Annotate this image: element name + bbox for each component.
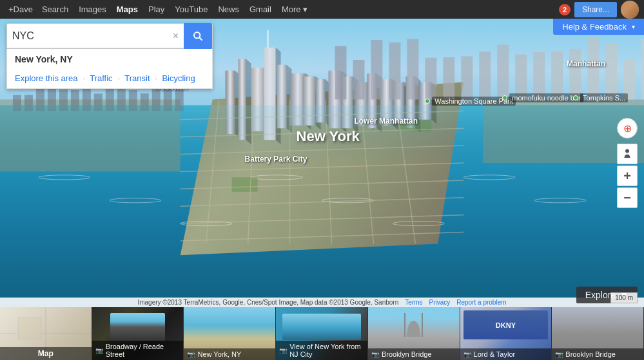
thumb-nj-text: View of New York from NJ City — [289, 343, 364, 358]
nav-play[interactable]: Play — [144, 3, 169, 16]
dropdown-bicycling[interactable]: Bicycling — [162, 73, 195, 83]
nav-plus-dave[interactable]: +Dave — [5, 3, 36, 16]
thumb-ny-text: New York, NY — [197, 350, 241, 358]
report-link[interactable]: Report a problem — [456, 299, 506, 306]
privacy-link[interactable]: Privacy — [429, 299, 450, 306]
marker-momofuku: momofuku noodle bar — [502, 93, 583, 102]
help-label: Help & Feedback — [562, 22, 627, 32]
nav-right-actions: 2 Share... — [559, 1, 639, 19]
dropdown-links: Explore this area · Traffic · Transit · … — [7, 70, 212, 88]
camera-icon: 📷 — [187, 351, 195, 358]
nav-search[interactable]: Search — [37, 3, 73, 16]
thumb-lord-label: 📷 Lord & Taylor — [460, 348, 552, 360]
thumbnail-brooklyn-bridge-2[interactable]: 📷 Brooklyn Bridge — [552, 307, 644, 360]
dot-separator: · — [117, 73, 120, 83]
zoom-in-button[interactable]: + — [617, 166, 638, 186]
avatar-image — [621, 1, 639, 19]
terms-link[interactable]: Terms — [405, 299, 422, 306]
help-feedback-bar[interactable]: Help & Feedback ▾ — [553, 19, 644, 35]
marker-tompkins-label: Tompkins S... — [580, 93, 628, 102]
nav-images[interactable]: Images — [74, 3, 111, 16]
thumbnail-lord-taylor[interactable]: DKNY 📷 Lord & Taylor — [460, 307, 552, 360]
scale-bar: 100 m — [610, 292, 638, 303]
thumb-bkbridge2-text: Brooklyn Bridge — [565, 350, 616, 358]
thumb-map-label: Map — [0, 347, 92, 360]
help-chevron-icon: ▾ — [632, 23, 635, 30]
camera-icon: 📷 — [371, 351, 379, 358]
street-view-button[interactable] — [617, 144, 638, 164]
attribution-bar: Imagery ©2013 TerraMetrics, Google, Cnes… — [0, 298, 644, 307]
thumb-broadway-text: Broadway / Reade Street — [106, 343, 181, 358]
share-button[interactable]: Share... — [574, 2, 617, 17]
thumbnail-new-york[interactable]: 📷 New York, NY — [184, 307, 276, 360]
search-button[interactable] — [184, 23, 212, 49]
top-navigation: +Dave Search Images Maps Play YouTube Ne… — [0, 0, 644, 19]
camera-icon: 📷 — [95, 347, 103, 354]
svg-rect-5 — [18, 317, 41, 339]
zoom-out-button[interactable]: − — [617, 187, 638, 208]
attribution-text: Imagery ©2013 TerraMetrics, Google, Cnes… — [137, 299, 398, 306]
bottom-thumbnail-strip: Map 📷 Broadway / Reade Street 📷 New York… — [0, 307, 644, 360]
nav-gmail[interactable]: Gmail — [245, 3, 276, 16]
marker-dot — [425, 99, 430, 104]
search-input[interactable] — [7, 24, 168, 48]
camera-icon: 📷 — [463, 351, 471, 358]
avatar[interactable] — [621, 1, 639, 19]
camera-icon: 📷 — [279, 347, 287, 354]
compass-button[interactable]: ⊕ — [617, 118, 638, 138]
nav-maps[interactable]: Maps — [112, 3, 142, 16]
dropdown-traffic[interactable]: Traffic — [90, 73, 112, 83]
thumb-nj-label: 📷 View of New York from NJ City — [276, 341, 367, 360]
dropdown-result[interactable]: New York, NY — [7, 49, 212, 70]
search-clear-icon[interactable]: × — [168, 31, 184, 41]
dropdown-explore[interactable]: Explore this area — [15, 73, 78, 83]
dot-separator: · — [155, 73, 157, 83]
search-box: × — [6, 23, 213, 49]
marker-dot — [502, 95, 507, 100]
nav-news[interactable]: News — [213, 3, 244, 16]
svg-point-0 — [194, 32, 200, 38]
nav-youtube[interactable]: YouTube — [170, 3, 212, 16]
notification-badge[interactable]: 2 — [559, 4, 571, 15]
marker-momofuku-label: momofuku noodle bar — [509, 93, 583, 102]
svg-line-1 — [199, 37, 202, 41]
thumb-bkbridge2-label: 📷 Brooklyn Bridge — [552, 348, 643, 360]
thumbnail-brooklyn-bridge[interactable]: 📷 Brooklyn Bridge — [368, 307, 460, 360]
search-container: × New York, NY Explore this area · Traff… — [6, 23, 213, 89]
thumbnail-map[interactable]: Map — [0, 307, 92, 360]
thumb-broadway-label: 📷 Broadway / Reade Street — [92, 341, 184, 360]
camera-icon: 📷 — [555, 351, 563, 358]
thumb-ny-label: 📷 New York, NY — [184, 348, 275, 360]
svg-point-2 — [625, 149, 629, 153]
dropdown-transit[interactable]: Transit — [124, 73, 150, 83]
nav-more[interactable]: More ▾ — [277, 3, 312, 16]
thumbnail-broadway[interactable]: 📷 Broadway / Reade Street — [92, 307, 184, 360]
map-controls: ⊕ + − — [617, 118, 638, 208]
thumb-lord-text: Lord & Taylor — [474, 350, 516, 358]
marker-dot — [573, 95, 578, 100]
marker-tompkins: Tompkins S... — [573, 93, 628, 102]
search-dropdown: New York, NY Explore this area · Traffic… — [6, 49, 213, 89]
nav-links: +Dave Search Images Maps Play YouTube Ne… — [5, 3, 559, 16]
thumbnail-nj-view[interactable]: 📷 View of New York from NJ City — [276, 307, 368, 360]
thumb-brooklyn-text: Brooklyn Bridge — [382, 350, 432, 358]
dot-separator: · — [83, 73, 85, 83]
thumb-brooklyn-label: 📷 Brooklyn Bridge — [368, 348, 460, 360]
